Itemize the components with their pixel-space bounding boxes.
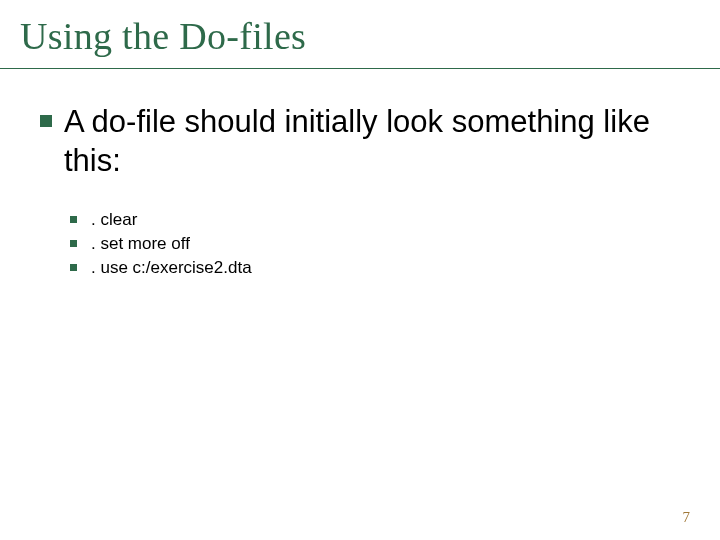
sub-bullet-text: . set more off	[91, 233, 190, 255]
square-bullet-icon	[40, 115, 52, 127]
list-item: . set more off	[70, 233, 680, 255]
square-bullet-icon	[70, 264, 77, 271]
sub-bullet-list: . clear . set more off . use c:/exercise…	[40, 209, 680, 279]
slide-title: Using the Do-files	[0, 0, 720, 64]
square-bullet-icon	[70, 240, 77, 247]
list-item: . clear	[70, 209, 680, 231]
slide-body: A do-file should initially look somethin…	[0, 69, 720, 279]
list-item: . use c:/exercise2.dta	[70, 257, 680, 279]
sub-bullet-text: . clear	[91, 209, 137, 231]
page-number: 7	[683, 509, 691, 526]
slide: Using the Do-files A do-file should init…	[0, 0, 720, 540]
main-bullet-item: A do-file should initially look somethin…	[40, 103, 680, 181]
square-bullet-icon	[70, 216, 77, 223]
main-bullet-text: A do-file should initially look somethin…	[64, 103, 680, 181]
sub-bullet-text: . use c:/exercise2.dta	[91, 257, 252, 279]
